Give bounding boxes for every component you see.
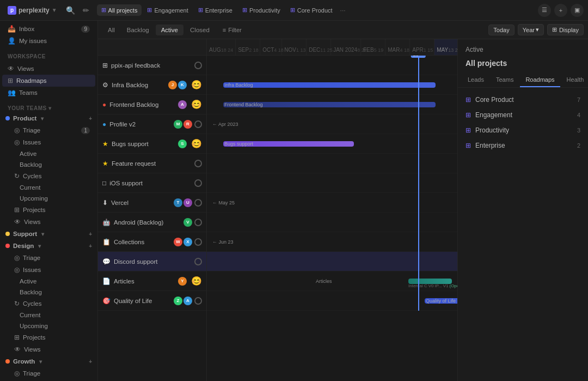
design-backlog-label: Backlog: [20, 289, 42, 295]
design-projects-label: Projects: [23, 334, 46, 341]
sidebar-item-design-upcoming[interactable]: Upcoming: [2, 320, 95, 331]
productivity-rp-count: 3: [577, 127, 580, 134]
today-button[interactable]: Today: [488, 25, 514, 35]
engagement-rp-count: 4: [577, 112, 580, 118]
sidebar-item-product-upcoming[interactable]: Upcoming: [2, 193, 95, 204]
search-button[interactable]: 🔍: [64, 4, 77, 17]
articles-avatars: Y: [178, 277, 187, 286]
sidebar-item-design-backlog[interactable]: Backlog: [2, 287, 95, 298]
sidebar-item-design-cycles[interactable]: ↻ Cycles: [2, 298, 95, 310]
tab-core-product[interactable]: ⊞ Core Product: [286, 4, 337, 16]
subtab-active[interactable]: Active: [156, 25, 183, 35]
tab-enterprise[interactable]: ⊞ Enterprise: [194, 4, 237, 16]
feature-label: Feature request: [112, 160, 194, 167]
display-button[interactable]: ⊞ Display: [547, 24, 584, 35]
sidebar-item-roadmaps[interactable]: ⊞ Roadmaps: [2, 75, 95, 87]
sidebar-item-design-triage[interactable]: ◎ Triage: [2, 252, 95, 264]
sidebar-item-views[interactable]: 👁 Views: [2, 63, 95, 75]
sidebar-item-design-projects[interactable]: ⊞ Projects: [2, 331, 95, 343]
gantt-bar-infra: [223, 82, 436, 88]
sidebar-item-my-issues[interactable]: 👤 My issues: [2, 35, 95, 47]
gantt-row-feature[interactable]: ★ Feature request: [98, 154, 206, 173]
sidebar-item-product-triage[interactable]: ◎ Triage 1: [2, 124, 95, 136]
gantt-row-collections[interactable]: 📋 Collections W X: [98, 232, 206, 252]
rp-project-engagement[interactable]: ⊞ Engagement 4: [458, 107, 588, 123]
sidebar-item-product-views[interactable]: 👁 Views: [2, 216, 95, 228]
current-label-1: Current: [20, 184, 40, 191]
gantt-row-infra[interactable]: ⚙ Infra Backlog J K 😊: [98, 75, 206, 95]
gantt-row-frontend[interactable]: ● Frontend Backlog A 😊: [98, 95, 206, 114]
sidebar-item-teams[interactable]: 👥 Teams: [2, 87, 95, 99]
core-product-rp-icon: ⊞: [465, 96, 471, 104]
frontend-icon: ●: [102, 101, 106, 108]
rp-tab-leads[interactable]: Leads: [462, 73, 489, 87]
qol-status: [194, 297, 202, 305]
gantt-row-profile[interactable]: ● Profile v2 M R: [98, 114, 206, 134]
cycles-icon-1: ↻: [14, 172, 20, 180]
sidebar-item-inbox[interactable]: 📥 Inbox 9: [2, 23, 95, 35]
gantt-timeline[interactable]: AUG18 24 SEP2 18 OCT4 18 NOV1 13 DEC11 2…: [207, 39, 457, 381]
rp-project-productivity[interactable]: ⊞ Productivity 3: [458, 123, 588, 138]
tab-all-projects[interactable]: ⊞ All projects: [97, 4, 142, 16]
subtab-all[interactable]: All: [102, 25, 120, 35]
sidebar-item-design-active[interactable]: Active: [2, 276, 95, 287]
gantt-row-vercel[interactable]: ⬇ Vercel T U: [98, 193, 206, 213]
add-button[interactable]: +: [554, 4, 567, 17]
rp-tab-roadmaps[interactable]: Roadmaps: [520, 73, 560, 87]
sidebar-item-design-views[interactable]: 👁 Views: [2, 343, 95, 355]
sidebar-item-product-cycles[interactable]: ↻ Cycles: [2, 170, 95, 182]
gantt-wrapper: ⊞ ppix-api feedback ⚙ Infra Backlog J K …: [98, 39, 588, 381]
sidebar-item-product-backlog[interactable]: Backlog: [2, 159, 95, 170]
settings-button[interactable]: ▣: [571, 4, 584, 17]
qol-avatars: Z A: [174, 297, 192, 305]
discord-status: [194, 258, 202, 265]
articles-status: 😊: [191, 276, 202, 286]
sidebar-item-product-issues[interactable]: ◎ Issues: [2, 136, 95, 148]
sidebar-item-design-issues[interactable]: ◎ Issues: [2, 264, 95, 276]
gantt-row-articles[interactable]: 📄 Articles Y 😊: [98, 271, 206, 291]
subtab-closed[interactable]: Closed: [185, 25, 215, 35]
avatar: J: [168, 81, 177, 89]
filter-button[interactable]: ≡ Filter: [218, 25, 246, 35]
sidebar-team-support[interactable]: Support ▾ +: [0, 228, 97, 240]
design-cycles-icon: ↻: [14, 300, 20, 307]
sidebar-item-growth-triage[interactable]: ◎ Triage: [2, 367, 95, 379]
compose-button[interactable]: ✏: [81, 4, 91, 17]
app-logo[interactable]: p perplexity ▼: [4, 6, 60, 15]
month-apr: APR1 15: [410, 39, 434, 55]
sidebar-item-design-current[interactable]: Current: [2, 310, 95, 320]
sidebar-team-product[interactable]: Product ▾ +: [0, 112, 97, 124]
avatar: A: [178, 100, 187, 109]
engagement-icon: ⊞: [147, 7, 152, 14]
rp-project-core-product[interactable]: ⊞ Core Product 7: [458, 92, 588, 107]
year-button[interactable]: Year ▾: [518, 24, 544, 35]
gantt-row-android[interactable]: 🤖 Android (Backlog) V: [98, 213, 206, 232]
subtab-backlog[interactable]: Backlog: [121, 25, 155, 35]
active-label: Active: [20, 150, 36, 157]
vercel-status: [194, 199, 202, 207]
engagement-label: Engagement: [154, 7, 188, 14]
sidebar-team-growth[interactable]: Growth ▾ +: [0, 355, 97, 367]
design-team-label: Design: [13, 243, 34, 249]
rp-project-enterprise[interactable]: ⊞ Enterprise 2: [458, 138, 588, 153]
sidebar-item-product-projects[interactable]: ⊞ Projects: [2, 204, 95, 216]
gantt-row-ppix[interactable]: ⊞ ppix-api feedback: [98, 56, 206, 75]
sidebar-item-product-current[interactable]: Current: [2, 182, 95, 193]
gantt-row-bugs[interactable]: ★ Bugs support S 😊: [98, 134, 206, 154]
gantt-row-discord[interactable]: 💬 Discord support: [98, 252, 206, 271]
timeline-header: AUG18 24 SEP2 18 OCT4 18 NOV1 13 DEC11 2…: [207, 39, 457, 56]
nav-tabs-more[interactable]: ···: [338, 4, 348, 16]
support-team-label: Support: [13, 231, 37, 237]
rp-tab-teams[interactable]: Teams: [491, 73, 519, 87]
tab-productivity[interactable]: ⊞ Productivity: [238, 4, 285, 16]
rp-tab-health[interactable]: Health: [561, 73, 588, 87]
tab-engagement[interactable]: ⊞ Engagement: [143, 4, 192, 16]
sidebar-team-design[interactable]: Design ▾ +: [0, 240, 97, 252]
articles-sub-labels: Internal CV0IP...V1(Open Creatur): [408, 283, 457, 288]
gantt-bar-frontend-label: Frontend Backlog: [224, 102, 263, 107]
core-product-label: Core Product: [297, 7, 333, 14]
gantt-row-ios[interactable]: □ iOS support: [98, 173, 206, 193]
sidebar-item-product-active[interactable]: Active: [2, 148, 95, 159]
gantt-row-qol[interactable]: 🎯 Quality of Life Z A: [98, 291, 206, 311]
notifications-button[interactable]: ☰: [538, 4, 551, 17]
